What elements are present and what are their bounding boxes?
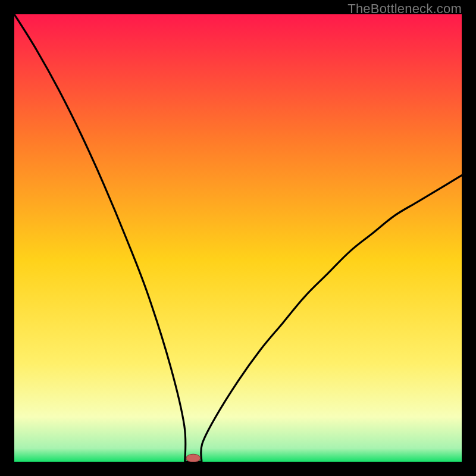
chart-svg [14, 14, 462, 462]
gradient-background [14, 14, 462, 462]
minimum-marker [186, 454, 201, 462]
watermark-text: TheBottleneck.com [347, 1, 462, 17]
chart-plot-area [14, 14, 462, 462]
